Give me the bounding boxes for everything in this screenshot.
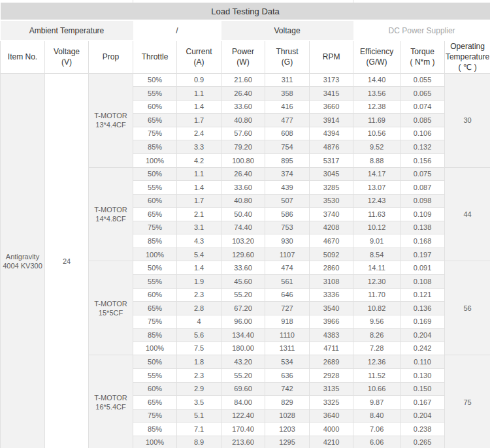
power-cell: 100.80 <box>221 153 265 167</box>
current-cell: 1.9 <box>177 275 221 289</box>
current-cell: 0.9 <box>177 73 221 87</box>
throttle-cell: 100% <box>133 342 177 355</box>
thrust-cell: 561 <box>265 275 310 289</box>
power-cell: 40.80 <box>221 114 265 127</box>
thrust-cell: 586 <box>265 208 310 221</box>
thrust-cell: 753 <box>265 221 310 234</box>
efficiency-cell: 14.40 <box>353 73 400 87</box>
thrust-cell: 727 <box>265 302 310 315</box>
torque-cell: 0.110 <box>400 355 445 369</box>
efficiency-cell: 11.52 <box>353 368 400 382</box>
rpm-cell: 4383 <box>310 328 353 342</box>
thrust-cell: 1028 <box>265 409 310 423</box>
efficiency-cell: 11.63 <box>353 208 400 221</box>
efficiency-cell: 9.87 <box>353 396 400 409</box>
prop-cell: T-MOTOR 14*4.8CF <box>89 167 133 261</box>
power-cell: 57.60 <box>221 127 265 140</box>
throttle-cell: 85% <box>133 423 177 436</box>
group-header-ambient-temperature: Ambient Temperature <box>1 20 133 40</box>
efficiency-cell: 12.30 <box>353 275 400 289</box>
throttle-cell: 50% <box>133 167 177 181</box>
thrust-cell: 358 <box>265 87 310 101</box>
efficiency-cell: 12.43 <box>353 194 400 208</box>
efficiency-cell: 10.82 <box>353 302 400 315</box>
column-header-row: Item No.Voltage (V)PropThrottleCurrent (… <box>1 40 490 73</box>
rpm-cell: 4711 <box>310 342 353 355</box>
thrust-cell: 742 <box>265 382 310 396</box>
rpm-cell: 5092 <box>310 248 353 261</box>
torque-cell: 0.265 <box>400 436 445 448</box>
rpm-cell: 3740 <box>310 208 353 221</box>
throttle-cell: 85% <box>133 328 177 342</box>
current-cell: 1.4 <box>177 181 221 195</box>
operating-temperature-cell: 56 <box>445 261 490 355</box>
current-cell: 7.5 <box>177 342 221 355</box>
torque-cell: 0.156 <box>400 153 445 167</box>
throttle-cell: 60% <box>133 194 177 208</box>
rpm-cell: 3045 <box>310 167 353 181</box>
thrust-cell: 1107 <box>265 248 310 261</box>
load-testing-table: Load Testing Data Ambient Temperature/Vo… <box>0 0 490 448</box>
thrust-cell: 1110 <box>265 328 310 342</box>
rpm-cell: 2928 <box>310 368 353 382</box>
throttle-cell: 100% <box>133 436 177 448</box>
throttle-cell: 50% <box>133 73 177 87</box>
rpm-cell: 3135 <box>310 382 353 396</box>
torque-cell: 0.204 <box>400 328 445 342</box>
rpm-cell: 3108 <box>310 275 353 289</box>
efficiency-cell: 8.54 <box>353 248 400 261</box>
throttle-cell: 85% <box>133 140 177 154</box>
throttle-cell: 55% <box>133 87 177 101</box>
power-cell: 170.40 <box>221 423 265 436</box>
current-cell: 3.1 <box>177 221 221 234</box>
power-cell: 21.60 <box>221 73 265 87</box>
efficiency-cell: 12.38 <box>353 100 400 114</box>
thrust-cell: 895 <box>265 153 310 167</box>
prop-cell: T-MOTOR 13*4.4CF <box>89 73 133 167</box>
torque-cell: 0.098 <box>400 194 445 208</box>
power-cell: 55.20 <box>221 368 265 382</box>
efficiency-cell: 14.17 <box>353 167 400 181</box>
torque-cell: 0.168 <box>400 234 445 248</box>
throttle-cell: 65% <box>133 302 177 315</box>
group-header-row: Ambient Temperature/VoltageDC Power Supp… <box>1 20 490 40</box>
throttle-cell: 60% <box>133 382 177 396</box>
power-cell: 26.40 <box>221 87 265 101</box>
torque-cell: 0.121 <box>400 288 445 302</box>
rpm-cell: 2860 <box>310 261 353 275</box>
torque-cell: 0.242 <box>400 342 445 355</box>
throttle-cell: 75% <box>133 315 177 328</box>
column-header-item: Item No. <box>1 40 45 73</box>
throttle-cell: 100% <box>133 153 177 167</box>
thrust-cell: 608 <box>265 127 310 140</box>
efficiency-cell: 11.70 <box>353 288 400 302</box>
current-cell: 1.1 <box>177 167 221 181</box>
torque-cell: 0.167 <box>400 396 445 409</box>
column-header-efficiency: Efficiency (G/W) <box>353 40 400 73</box>
efficiency-cell: 14.11 <box>353 261 400 275</box>
power-cell: 50.40 <box>221 208 265 221</box>
thrust-cell: 534 <box>265 355 310 369</box>
power-cell: 43.20 <box>221 355 265 369</box>
efficiency-cell: 8.40 <box>353 409 400 423</box>
rpm-cell: 4670 <box>310 234 353 248</box>
group-header-voltage: Voltage <box>221 20 353 40</box>
power-cell: 33.60 <box>221 100 265 114</box>
torque-cell: 0.108 <box>400 275 445 289</box>
torque-cell: 0.204 <box>400 409 445 423</box>
thrust-cell: 1203 <box>265 423 310 436</box>
rpm-cell: 3914 <box>310 114 353 127</box>
torque-cell: 0.238 <box>400 423 445 436</box>
table-row: Antigravity 4004 KV30024T-MOTOR 13*4.4CF… <box>1 73 490 87</box>
voltage-cell: 24 <box>45 73 89 448</box>
power-cell: 134.40 <box>221 328 265 342</box>
efficiency-cell: 8.26 <box>353 328 400 342</box>
current-cell: 7.1 <box>177 423 221 436</box>
power-cell: 33.60 <box>221 261 265 275</box>
torque-cell: 0.130 <box>400 368 445 382</box>
torque-cell: 0.106 <box>400 127 445 140</box>
power-cell: 26.40 <box>221 167 265 181</box>
prop-cell: T-MOTOR 16*5.4CF <box>89 355 133 448</box>
rpm-cell: 5317 <box>310 153 353 167</box>
current-cell: 4.3 <box>177 234 221 248</box>
